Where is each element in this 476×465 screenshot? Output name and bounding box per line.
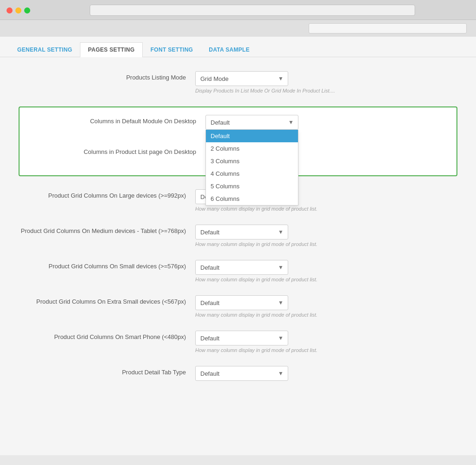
product-grid-small-control: Default 2 Columns 3 Columns 4 Columns ▼ … xyxy=(195,260,457,282)
browser-chrome xyxy=(0,0,476,20)
product-grid-smartphone-label: Product Grid Columns On Smart Phone (<48… xyxy=(19,331,195,340)
product-grid-extra-small-select-wrapper: Default 2 Columns 3 Columns 4 Columns ▼ xyxy=(195,295,288,310)
product-grid-extra-small-hint: How many column display in grid mode of … xyxy=(195,312,457,318)
product-grid-medium-select[interactable]: Default 2 Columns 3 Columns 4 Columns xyxy=(195,225,288,239)
product-grid-medium-label: Product Grid Columns On Medium devices -… xyxy=(19,225,195,234)
columns-default-dropdown-open[interactable]: Default 2 Columns 3 Columns 4 Columns 5 … xyxy=(205,130,298,206)
traffic-light-green[interactable] xyxy=(24,7,30,13)
columns-default-desktop-control: Default 2 Columns 3 Columns 4 Columns 5 … xyxy=(205,115,447,137)
tab-data-sample[interactable]: DATA SAMPLE xyxy=(201,42,258,57)
product-grid-smartphone-select-wrapper: Default 2 Columns 3 Columns 4 Columns ▼ xyxy=(195,331,288,345)
product-grid-small-label: Product Grid Columns On Small devices (>… xyxy=(19,260,195,270)
product-grid-large-hint: How many column display in grid mode of … xyxy=(195,206,457,212)
product-grid-small-select[interactable]: Default 2 Columns 3 Columns 4 Columns xyxy=(195,260,288,275)
second-toolbar xyxy=(0,20,476,37)
green-bordered-box: Columns in Default Module On Desktop Def… xyxy=(19,106,457,176)
products-listing-mode-select[interactable]: List Mode Grid Mode xyxy=(195,71,288,86)
product-grid-smartphone-select[interactable]: Default 2 Columns 3 Columns 4 Columns xyxy=(195,331,288,345)
tab-pages-setting[interactable]: PAGES SETTING xyxy=(80,42,142,57)
products-listing-mode-label: Products Listing Mode xyxy=(19,71,195,81)
columns-default-select-wrapper: Default 2 Columns 3 Columns 4 Columns 5 … xyxy=(205,115,298,130)
dropdown-option-2-columns[interactable]: 2 Columns xyxy=(206,142,298,155)
dropdown-option-default[interactable]: Default xyxy=(206,130,298,142)
columns-product-list-desktop-label: Columns in Product List page On Desktop xyxy=(29,146,205,155)
product-grid-extra-small-select[interactable]: Default 2 Columns 3 Columns 4 Columns xyxy=(195,295,288,310)
product-grid-small-row: Product Grid Columns On Small devices (>… xyxy=(19,260,457,282)
products-listing-mode-select-wrapper: List Mode Grid Mode ▼ xyxy=(195,71,288,86)
dropdown-option-3-columns[interactable]: 3 Columns xyxy=(206,155,298,167)
product-grid-medium-select-wrapper: Default 2 Columns 3 Columns 4 Columns ▼ xyxy=(195,225,288,239)
columns-default-desktop-row: Columns in Default Module On Desktop Def… xyxy=(29,115,447,137)
tab-font-setting[interactable]: FONT SETTING xyxy=(143,42,201,57)
product-detail-tab-label: Product Detail Tab Type xyxy=(19,366,195,376)
product-grid-smartphone-hint: How many column display in grid mode of … xyxy=(195,347,457,353)
product-grid-large-label: Product Grid Columns On Large devices (>… xyxy=(19,189,195,199)
product-detail-tab-select-wrapper: Default Tab Accordion ▼ xyxy=(195,366,288,381)
columns-default-desktop-label: Columns in Default Module On Desktop xyxy=(29,115,205,125)
products-listing-mode-hint: Display Products In List Mode Or Grid Mo… xyxy=(195,88,457,93)
footer-area xyxy=(0,455,476,465)
products-listing-mode-row: Products Listing Mode List Mode Grid Mod… xyxy=(19,71,457,93)
traffic-light-red[interactable] xyxy=(7,7,13,13)
tab-general-setting[interactable]: GENERAL SETTING xyxy=(9,42,80,57)
content-panel: Products Listing Mode List Mode Grid Mod… xyxy=(0,57,476,412)
product-grid-medium-hint: How many column display in grid mode of … xyxy=(195,241,457,247)
product-grid-medium-row: Product Grid Columns On Medium devices -… xyxy=(19,225,457,247)
dropdown-option-6-columns[interactable]: 6 Columns xyxy=(206,193,298,205)
traffic-light-yellow[interactable] xyxy=(15,7,21,13)
products-listing-mode-control: List Mode Grid Mode ▼ Display Products I… xyxy=(195,71,457,93)
dropdown-option-4-columns[interactable]: 4 Columns xyxy=(206,167,298,180)
columns-default-desktop-select[interactable]: Default 2 Columns 3 Columns 4 Columns 5 … xyxy=(205,115,298,130)
product-grid-smartphone-row: Product Grid Columns On Smart Phone (<48… xyxy=(19,331,457,353)
product-grid-medium-control: Default 2 Columns 3 Columns 4 Columns ▼ … xyxy=(195,225,457,247)
product-grid-extra-small-row: Product Grid Columns On Extra Small devi… xyxy=(19,295,457,318)
product-detail-tab-select[interactable]: Default Tab Accordion xyxy=(195,366,288,381)
columns-default-select-container: Default 2 Columns 3 Columns 4 Columns 5 … xyxy=(205,115,447,130)
product-grid-small-select-wrapper: Default 2 Columns 3 Columns 4 Columns ▼ xyxy=(195,260,288,275)
product-grid-small-hint: How many column display in grid mode of … xyxy=(195,277,457,282)
second-bar-input[interactable] xyxy=(309,23,467,33)
main-container: GENERAL SETTING PAGES SETTING FONT SETTI… xyxy=(0,37,476,455)
product-grid-extra-small-control: Default 2 Columns 3 Columns 4 Columns ▼ … xyxy=(195,295,457,318)
product-grid-extra-small-label: Product Grid Columns On Extra Small devi… xyxy=(19,295,195,305)
address-bar[interactable] xyxy=(90,5,415,16)
product-detail-tab-control: Default Tab Accordion ▼ xyxy=(195,366,457,381)
tabs: GENERAL SETTING PAGES SETTING FONT SETTI… xyxy=(0,37,476,57)
dropdown-option-5-columns[interactable]: 5 Columns xyxy=(206,180,298,193)
product-grid-smartphone-control: Default 2 Columns 3 Columns 4 Columns ▼ … xyxy=(195,331,457,353)
traffic-lights xyxy=(7,7,30,13)
product-detail-tab-row: Product Detail Tab Type Default Tab Acco… xyxy=(19,366,457,381)
